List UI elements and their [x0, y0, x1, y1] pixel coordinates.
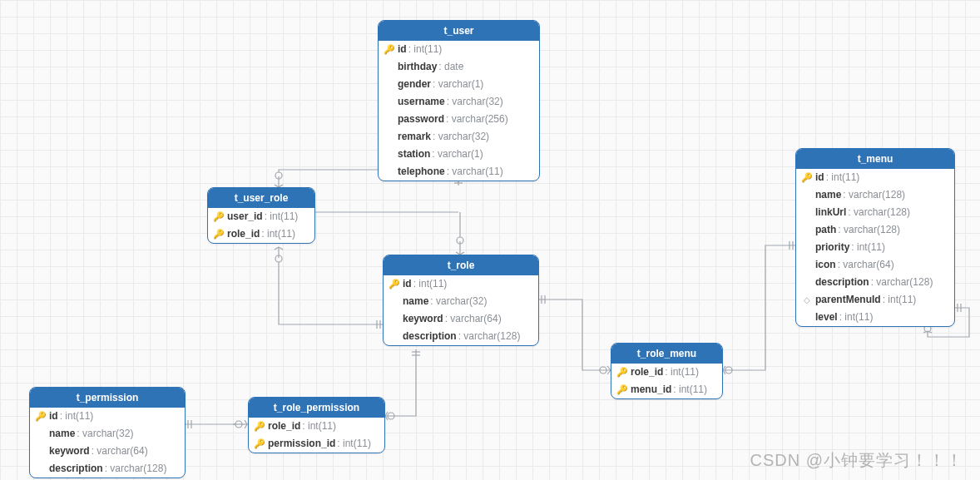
- primary-key-icon: 🔑: [801, 171, 813, 185]
- field-type: : varchar(128): [843, 188, 905, 202]
- field-name: user_id: [227, 210, 263, 224]
- primary-key-icon: 🔑: [389, 277, 400, 291]
- field-name: remark: [398, 130, 431, 144]
- field-type: : varchar(256): [446, 112, 508, 126]
- field-row: name: varchar(32): [384, 293, 538, 310]
- field-row: icon: varchar(64): [796, 256, 954, 274]
- field-type: : varchar(128): [105, 462, 167, 476]
- svg-point-10: [388, 413, 394, 419]
- svg-point-22: [600, 367, 606, 374]
- entity-title: t_user: [379, 21, 539, 41]
- entity-t_role_permission[interactable]: t_role_permission🔑role_id: int(11)🔑permi…: [248, 397, 385, 453]
- primary-key-icon: 🔑: [213, 210, 225, 224]
- field-type: : varchar(11): [447, 165, 503, 179]
- svg-line-26: [723, 366, 725, 370]
- watermark: CSDN @小钟要学习！！！: [750, 449, 963, 472]
- entity-t_user[interactable]: t_user🔑id: int(11)birthday: dategender: …: [378, 20, 540, 181]
- primary-key-icon: 🔑: [213, 227, 225, 241]
- svg-point-5: [275, 255, 282, 262]
- field-name: station: [398, 147, 430, 161]
- svg-point-25: [725, 367, 732, 374]
- svg-line-11: [385, 412, 388, 416]
- field-type: : varchar(64): [838, 258, 894, 272]
- entity-t_role_menu[interactable]: t_role_menu🔑role_id: int(11)🔑menu_id: in…: [611, 343, 723, 399]
- field-type: : varchar(64): [445, 312, 502, 326]
- field-row: birthday: date: [379, 58, 539, 76]
- field-name: name: [815, 188, 841, 202]
- field-type: : varchar(1): [432, 147, 483, 161]
- field-type: : int(11): [883, 293, 917, 307]
- field-type: : int(11): [408, 42, 443, 57]
- field-row: description: varchar(128): [384, 328, 538, 345]
- field-row: 🔑id: int(11): [384, 275, 538, 293]
- field-type: : varchar(32): [433, 130, 489, 144]
- field-type: : int(11): [413, 277, 448, 291]
- field-type: : int(11): [302, 419, 336, 433]
- field-row: priority: int(11): [796, 239, 954, 256]
- svg-line-27: [723, 370, 725, 374]
- field-row: 🔑permission_id: int(11): [249, 435, 384, 453]
- field-type: : int(11): [839, 310, 874, 324]
- field-name: keyword: [49, 444, 90, 458]
- entity-title: t_role: [384, 255, 538, 275]
- entity-t_role[interactable]: t_role🔑id: int(11)name: varchar(32)keywo…: [383, 255, 539, 346]
- primary-key-icon: 🔑: [384, 42, 395, 57]
- entity-title: t_role_menu: [611, 344, 722, 364]
- field-type: : int(11): [265, 210, 299, 224]
- field-name: id: [49, 409, 58, 423]
- field-name: linkUrl: [815, 205, 846, 220]
- field-type: : int(11): [337, 437, 371, 451]
- primary-key-icon: 🔑: [616, 365, 628, 379]
- field-type: : varchar(128): [838, 223, 900, 237]
- entity-t_permission[interactable]: t_permission🔑id: int(11)name: varchar(32…: [29, 387, 186, 478]
- svg-line-32: [928, 331, 932, 333]
- entity-title: t_menu: [796, 149, 954, 169]
- field-name: id: [815, 171, 824, 185]
- svg-line-7: [279, 247, 283, 250]
- entity-t_user_role[interactable]: t_user_role🔑user_id: int(11)🔑role_id: in…: [207, 187, 315, 244]
- field-type: : varchar(128): [871, 275, 933, 289]
- field-name: priority: [815, 240, 849, 255]
- field-type: : int(11): [851, 240, 885, 255]
- svg-line-16: [245, 420, 247, 424]
- field-row: keyword: varchar(64): [384, 310, 538, 328]
- primary-key-icon: 🔑: [616, 383, 628, 397]
- field-type: : varchar(32): [430, 294, 487, 309]
- field-row: name: varchar(128): [796, 186, 954, 204]
- field-name: parentMenuId: [815, 293, 881, 307]
- field-row: 🔑role_id: int(11): [611, 364, 722, 381]
- field-name: icon: [815, 258, 836, 272]
- field-name: password: [398, 112, 444, 126]
- field-name: description: [403, 329, 457, 344]
- entity-title: t_role_permission: [249, 398, 384, 418]
- field-row: level: int(11): [796, 309, 954, 326]
- field-row: description: varchar(128): [796, 274, 954, 291]
- entity-title: t_user_role: [208, 188, 314, 208]
- field-type: : varchar(1): [433, 77, 483, 92]
- field-row: path: varchar(128): [796, 221, 954, 239]
- svg-point-0: [275, 172, 282, 179]
- field-name: id: [398, 42, 407, 57]
- field-row: 🔑id: int(11): [379, 41, 539, 58]
- field-name: name: [49, 427, 75, 441]
- primary-key-icon: 🔑: [254, 419, 265, 433]
- field-name: username: [398, 95, 445, 109]
- field-name: keyword: [403, 312, 443, 326]
- field-row: username: varchar(32): [379, 93, 539, 111]
- field-type: : int(11): [673, 383, 707, 397]
- field-name: description: [49, 462, 103, 476]
- field-row: linkUrl: varchar(128): [796, 204, 954, 221]
- svg-line-12: [385, 416, 388, 420]
- entity-title: t_permission: [30, 388, 185, 408]
- svg-line-17: [245, 424, 247, 428]
- field-row: password: varchar(256): [379, 111, 539, 128]
- field-type: : date: [438, 60, 463, 74]
- entity-t_menu[interactable]: t_menu🔑id: int(11)name: varchar(128)link…: [795, 148, 955, 327]
- primary-key-icon: 🔑: [254, 437, 265, 451]
- field-name: birthday: [398, 60, 437, 74]
- field-row: description: varchar(128): [30, 460, 185, 478]
- field-type: : varchar(128): [458, 329, 521, 344]
- field-type: : int(11): [826, 171, 860, 185]
- field-type: : varchar(32): [447, 95, 503, 109]
- field-type: : varchar(32): [77, 427, 133, 441]
